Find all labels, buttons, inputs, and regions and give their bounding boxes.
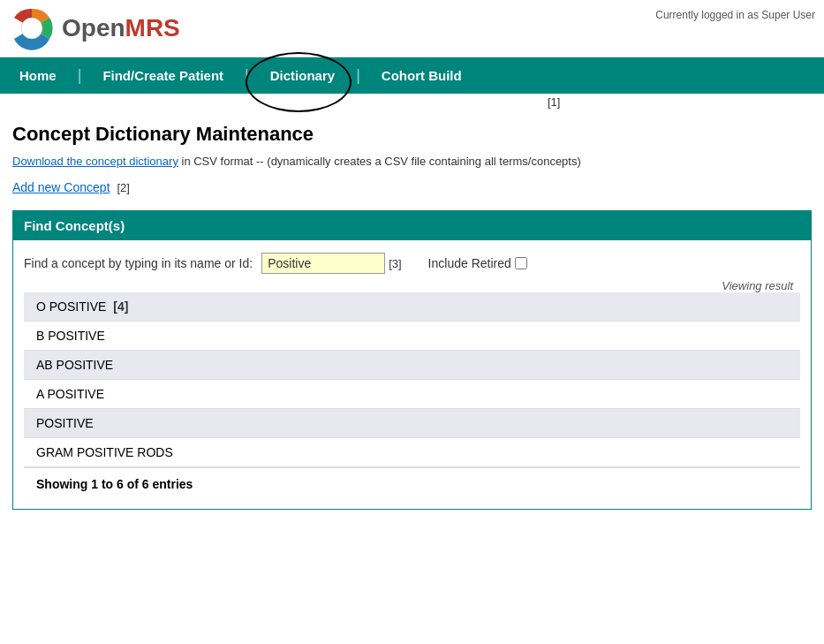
main-nav: Home | Find/Create Patient | Dictionary … [0,57,824,94]
include-retired-checkbox[interactable] [515,257,527,269]
nav-dictionary-wrapper: Dictionary [251,57,354,94]
search-input-wrapper: [3] [261,253,401,274]
main-content: Concept Dictionary Maintenance Download … [0,109,824,533]
results-table: O POSITIVE[4]B POSITIVEAB POSITIVEA POSI… [24,292,800,467]
table-row: O POSITIVE[4] [24,292,800,322]
nav-divider-1: | [76,66,84,85]
result-cell: O POSITIVE[4] [24,292,800,322]
table-row: B POSITIVE [24,322,800,351]
find-concept-body: Find a concept by typing in its name or … [13,240,811,509]
nav-cohort-build[interactable]: Cohort Build [362,57,481,94]
search-input-badge: [3] [389,257,401,270]
logo-area: OpenMRS [9,5,180,51]
result-link[interactable]: O POSITIVE [36,299,106,314]
dictionary-nav-badge: [1] [0,94,824,109]
nav-divider-2: | [243,66,251,85]
download-link[interactable]: Download the concept dictionary [12,155,178,168]
result-cell: A POSITIVE [24,380,800,409]
viewing-result: Viewing result [24,279,800,292]
table-row: POSITIVE [24,409,800,438]
nav-dictionary[interactable]: Dictionary [251,57,354,94]
nav-divider-3: | [354,66,362,85]
result-link[interactable]: A POSITIVE [36,387,104,401]
openmrs-logo-icon [9,5,55,51]
include-retired-label: Include Retired [428,256,511,270]
table-row: AB POSITIVE [24,351,800,380]
search-label: Find a concept by typing in its name or … [24,256,253,270]
table-row: GRAM POSITIVE RODS [24,438,800,467]
logged-in-text: Currently logged in as Super User [655,5,815,21]
page-title: Concept Dictionary Maintenance [12,123,812,146]
result-cell: POSITIVE [24,409,800,438]
nav-home[interactable]: Home [0,57,76,94]
result-link[interactable]: B POSITIVE [36,329,105,343]
add-new-concept-link[interactable]: Add new Concept [12,180,110,194]
find-concept-header: Find Concept(s) [13,211,811,240]
add-concept-line: Add new Concept [2] [12,180,812,194]
include-retired-wrapper: Include Retired [428,256,527,270]
search-input[interactable] [261,253,385,274]
download-suffix: in CSV format -- (dynamically creates a … [178,155,581,168]
result-link[interactable]: POSITIVE [36,416,94,430]
download-line: Download the concept dictionary in CSV f… [12,155,812,168]
result-link[interactable]: GRAM POSITIVE RODS [36,445,173,459]
table-row: A POSITIVE [24,380,800,409]
find-concept-box: Find Concept(s) Find a concept by typing… [12,210,812,510]
nav-find-create-patient[interactable]: Find/Create Patient [83,57,243,94]
showing-text: Showing 1 to 6 of 6 entries [24,467,800,500]
top-bar: OpenMRS Currently logged in as Super Use… [0,0,824,57]
add-concept-badge: [2] [117,181,129,194]
result-badge: [4] [113,299,128,314]
search-row: Find a concept by typing in its name or … [24,253,800,274]
logo-text: OpenMRS [62,14,180,42]
result-cell: GRAM POSITIVE RODS [24,438,800,467]
result-cell: B POSITIVE [24,322,800,351]
result-cell: AB POSITIVE [24,351,800,380]
result-link[interactable]: AB POSITIVE [36,358,113,372]
